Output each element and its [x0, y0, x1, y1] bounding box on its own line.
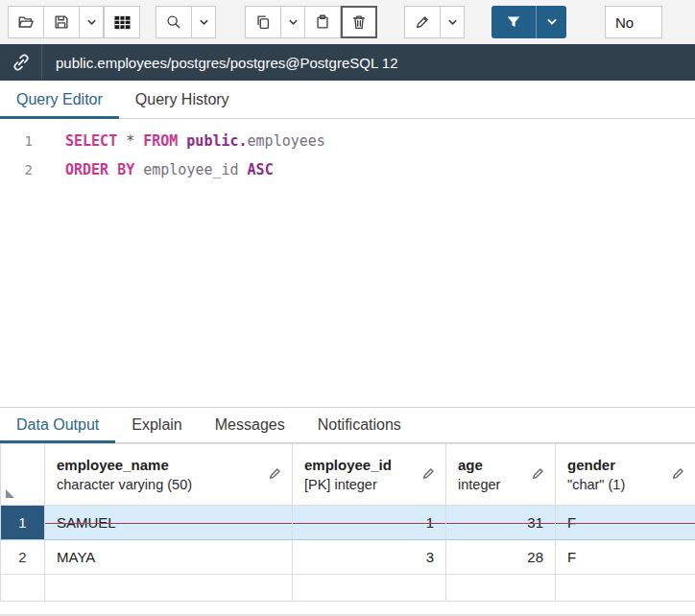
editor-tab-bar: Query Editor Query History: [0, 81, 695, 119]
paste-button[interactable]: [304, 6, 341, 38]
row-limit-label: No: [615, 14, 634, 31]
cell-age[interactable]: 28: [446, 540, 556, 575]
cell-age[interactable]: 31: [446, 506, 556, 540]
empty-cell: [556, 575, 695, 602]
trash-icon: [350, 13, 368, 31]
connection-link-icon: [0, 44, 42, 81]
empty-cell: [45, 575, 293, 602]
chevron-down-icon: [198, 16, 210, 29]
save-icon: [53, 13, 70, 31]
cell-gender[interactable]: F: [556, 540, 695, 575]
table-row[interactable]: 2 MAYA 3 28 F: [1, 540, 695, 575]
copy-paste-group: [245, 6, 341, 38]
tab-query-history[interactable]: Query History: [119, 81, 246, 118]
column-type: integer: [458, 475, 500, 495]
tab-label: Notifications: [318, 416, 401, 434]
output-tab-bar: Data Output Explain Messages Notificatio…: [0, 407, 695, 443]
filter-menu-button[interactable]: [536, 6, 566, 38]
sql-identifier: employee_id: [143, 161, 238, 178]
edit-pencil-icon[interactable]: [531, 466, 545, 484]
edit-pencil-icon[interactable]: [421, 466, 436, 484]
search-icon: [165, 13, 182, 31]
cell-employee-name[interactable]: MAYA: [45, 540, 293, 575]
tab-query-editor[interactable]: Query Editor: [0, 81, 119, 118]
filter-grid-button[interactable]: [104, 6, 140, 38]
find-menu-button[interactable]: [191, 6, 216, 38]
column-header-employee-name[interactable]: employee_name character varying (50): [45, 444, 293, 506]
column-type: "char" (1): [567, 475, 625, 495]
tab-explain[interactable]: Explain: [115, 408, 198, 442]
chevron-down-icon: [85, 16, 98, 29]
tab-label: Query Editor: [16, 91, 103, 108]
row-number[interactable]: 1: [1, 506, 45, 540]
column-header-gender[interactable]: gender "char" (1): [556, 444, 695, 506]
empty-cell: [446, 575, 556, 602]
sql-schema: public.: [186, 132, 247, 150]
edit-pencil-icon[interactable]: [671, 466, 685, 484]
tab-label: Explain: [132, 416, 181, 434]
cell-employee-id[interactable]: 3: [293, 540, 446, 575]
sql-keyword: FROM: [143, 132, 178, 150]
connection-title: public.employees/postgres/postgres@Postg…: [56, 55, 398, 71]
pgadmin-query-tool-window: No public.employees/postgres/postgres@Po…: [0, 0, 695, 616]
edit-menu-button[interactable]: [440, 6, 465, 38]
cell-employee-name[interactable]: SAMUEL: [45, 506, 293, 540]
tab-data-output[interactable]: Data Output: [0, 408, 115, 442]
column-header-employee-id[interactable]: employee_id [PK] integer: [293, 444, 446, 506]
tab-label: Messages: [215, 416, 285, 434]
sql-editor[interactable]: 1 2 SELECT*FROMpublic.employees ORDER BY…: [0, 119, 695, 407]
edit-pencil-icon[interactable]: [268, 466, 282, 484]
column-name: employee_name: [57, 455, 192, 475]
grid-icon: [113, 14, 132, 31]
column-type: character varying (50): [57, 475, 192, 495]
corner-triangle-icon: [6, 489, 14, 498]
sql-operator: *: [126, 132, 134, 150]
cell-employee-id[interactable]: 1: [293, 506, 446, 540]
copy-menu-button[interactable]: [280, 6, 305, 38]
find-button[interactable]: [156, 6, 192, 38]
sql-line-1: SELECT*FROMpublic.employees: [65, 127, 695, 155]
grid-header-row: employee_name character varying (50) emp…: [1, 444, 695, 506]
filter-button[interactable]: [491, 6, 536, 38]
row-limit-select[interactable]: No: [605, 6, 662, 38]
edit-button-group: [404, 6, 465, 38]
connection-bar: public.employees/postgres/postgres@Postg…: [0, 44, 695, 81]
sql-line-2: ORDER BYemployee_idASC: [65, 155, 695, 184]
save-button[interactable]: [43, 6, 80, 38]
tab-messages[interactable]: Messages: [199, 408, 301, 442]
chevron-down-icon: [287, 16, 300, 29]
table-row[interactable]: 1 SAMUEL 1 31 F: [1, 506, 695, 540]
save-menu-button[interactable]: [79, 6, 104, 38]
copy-button[interactable]: [245, 6, 281, 38]
sql-keyword: ASC: [248, 161, 274, 178]
chevron-down-icon: [446, 16, 459, 29]
edit-button[interactable]: [404, 6, 441, 38]
sql-table: employees: [248, 132, 325, 150]
line-number-gutter: 1 2: [0, 119, 46, 407]
query-toolbar: No: [0, 0, 695, 44]
empty-row: [1, 575, 695, 602]
row-number[interactable]: 2: [1, 540, 45, 575]
data-output-grid: employee_name character varying (50) emp…: [0, 443, 695, 602]
tab-notifications[interactable]: Notifications: [301, 408, 418, 442]
cell-gender[interactable]: F: [556, 506, 695, 540]
select-all-corner[interactable]: [1, 444, 45, 506]
filter-funnel-icon: [505, 13, 522, 31]
column-header-age[interactable]: age integer: [446, 444, 556, 506]
sql-code-area[interactable]: SELECT*FROMpublic.employees ORDER BYempl…: [46, 119, 695, 407]
open-file-icon: [17, 13, 35, 31]
empty-cell: [293, 575, 446, 602]
chevron-down-icon: [545, 15, 559, 29]
line-number: 1: [0, 127, 46, 155]
delete-row-button[interactable]: [341, 6, 377, 38]
empty-cell: [1, 575, 45, 602]
open-file-button[interactable]: [8, 6, 44, 38]
paste-icon: [314, 13, 331, 31]
line-number: 2: [0, 155, 46, 184]
sql-keyword: ORDER BY: [65, 161, 134, 178]
column-name: age: [458, 455, 500, 475]
copy-icon: [254, 13, 272, 31]
find-button-group: [156, 6, 216, 38]
column-type: [PK] integer: [304, 475, 392, 495]
tab-label: Query History: [135, 91, 229, 108]
